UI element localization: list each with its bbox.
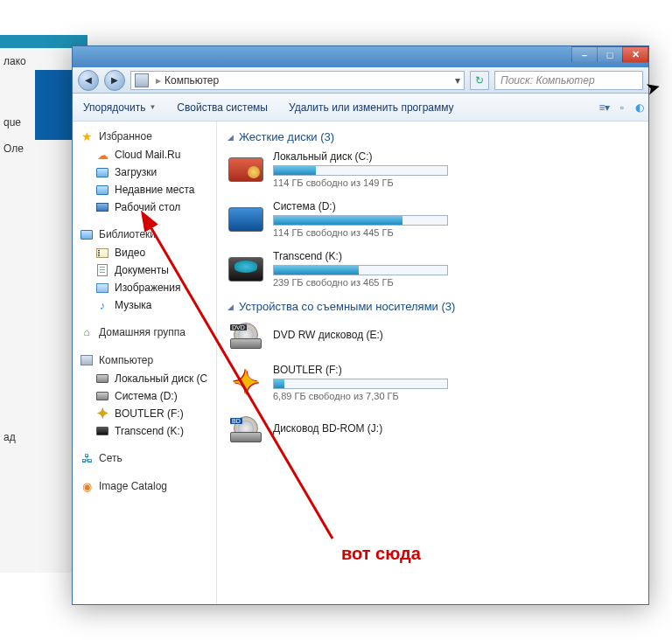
sidebar-item-downloads[interactable]: Загрузки (73, 163, 216, 181)
folder-icon (95, 183, 109, 197)
annotation-label: вот сюда (341, 544, 421, 564)
address-box[interactable]: ▸ Компьютер ▾ (130, 71, 465, 90)
hdd-icon (95, 372, 109, 386)
computer-icon (135, 73, 149, 87)
drive-name: Дисковод BD-ROM (J:) (273, 422, 638, 435)
collapse-icon: ◢ (228, 133, 234, 142)
drive-free-text: 114 ГБ свободно из 149 ГБ (273, 177, 638, 188)
usage-bar (273, 165, 448, 176)
favorites-header[interactable]: ★ Избранное (73, 127, 216, 146)
hdd-icon (228, 157, 263, 182)
system-properties-button[interactable]: Свойства системы (166, 94, 278, 121)
homegroup-header[interactable]: ⌂ Домашняя группа (73, 323, 216, 342)
usage-bar (273, 215, 448, 226)
homegroup-icon: ⌂ (80, 325, 94, 339)
hdd-icon (228, 257, 263, 282)
drive-free-text: 6,89 ГБ свободно из 7,30 ГБ (273, 391, 638, 401)
drive-k[interactable]: Transcend (K:) 239 ГБ свободно из 465 ГБ (228, 250, 638, 288)
uninstall-program-button[interactable]: Удалить или изменить программу (278, 94, 465, 121)
music-icon: ♪ (95, 298, 109, 312)
drive-dvd[interactable]: DVD DVD RW дисковод (E:) (228, 320, 638, 351)
drive-boutler[interactable]: ✦ BOUTLER (F:) 6,89 ГБ свободно из 7,30 … (228, 364, 638, 401)
titlebar[interactable]: – □ ✕ (73, 46, 648, 67)
catalog-icon: ◉ (80, 479, 94, 493)
drive-free-text: 114 ГБ свободно из 445 ГБ (273, 227, 638, 238)
monitor-icon (95, 200, 109, 214)
sidebar-item-desktop[interactable]: Рабочий стол (73, 198, 216, 216)
sidebar-item-video[interactable]: Видео (73, 244, 216, 261)
drive-d[interactable]: Система (D:) 114 ГБ свободно из 445 ГБ (228, 200, 638, 238)
breadcrumb-location[interactable]: Компьютер (164, 74, 219, 87)
usage-bar (273, 265, 448, 275)
drive-name: Transcend (K:) (273, 250, 638, 262)
computer-icon (80, 353, 94, 367)
image-catalog-header[interactable]: ◉ Image Catalog (73, 477, 216, 496)
plus-icon: ✦ (95, 407, 109, 421)
usage-bar (273, 379, 448, 389)
sidebar-item-drive-f[interactable]: ✦BOUTLER (F:) (73, 405, 216, 422)
toolbar: Упорядочить▼ Свойства системы Удалить ил… (73, 94, 648, 122)
libraries-icon (80, 227, 94, 241)
document-icon (95, 263, 109, 277)
video-icon (95, 246, 109, 260)
preview-pane-button[interactable]: ▫ (613, 99, 631, 116)
sidebar-item-drive-k[interactable]: Transcend (K:) (73, 422, 216, 440)
drive-name: Локальный диск (C:) (273, 150, 638, 163)
help-button[interactable]: ◐ (631, 99, 648, 116)
address-bar: ◄ ► ▸ Компьютер ▾ ↻ Поиск: Компьютер (73, 67, 648, 94)
sidebar-item-pictures[interactable]: Изображения (73, 279, 216, 296)
bg-text: ад (0, 424, 74, 450)
drive-name: BOUTLER (F:) (273, 364, 638, 376)
folder-icon (95, 165, 109, 179)
drive-free-text: 239 ГБ свободно из 465 ГБ (273, 277, 638, 288)
close-button[interactable]: ✕ (622, 46, 648, 63)
star-drive-icon: ✦ (233, 367, 259, 399)
computer-header[interactable]: Компьютер (76, 351, 213, 370)
breadcrumb-sep-icon: ▸ (156, 74, 161, 87)
drive-c[interactable]: Локальный диск (C:) 114 ГБ свободно из 1… (228, 150, 638, 188)
forward-button[interactable]: ► (104, 70, 125, 91)
maximize-button[interactable]: □ (597, 46, 623, 63)
minimize-button[interactable]: – (571, 46, 598, 63)
drive-bdrom[interactable]: BD Дисковод BD-ROM (J:) (228, 414, 638, 445)
sidebar-item-cloud-mailru[interactable]: ☁Cloud Mail.Ru (73, 146, 216, 163)
cloud-icon: ☁ (95, 148, 109, 162)
image-icon (95, 281, 109, 295)
address-dropdown-icon[interactable]: ▾ (455, 74, 460, 87)
sidebar-item-music[interactable]: ♪Музыка (73, 296, 216, 314)
removable-section-header[interactable]: ◢ Устройства со съемными носителями (3) (228, 300, 638, 313)
hdd-icon (95, 389, 109, 403)
content-pane: ◢ Жесткие диски (3) Локальный диск (C:) … (217, 122, 648, 604)
hdd-section-header[interactable]: ◢ Жесткие диски (3) (228, 130, 638, 143)
network-icon: 🖧 (80, 451, 94, 465)
navigation-pane: ★ Избранное ☁Cloud Mail.Ru Загрузки Неда… (73, 122, 217, 604)
star-icon: ★ (80, 129, 94, 143)
back-button[interactable]: ◄ (78, 70, 99, 91)
refresh-button[interactable]: ↻ (470, 71, 489, 90)
search-input[interactable]: Поиск: Компьютер (494, 71, 643, 90)
organize-button[interactable]: Упорядочить▼ (73, 94, 166, 121)
libraries-header[interactable]: Библиотеки (73, 225, 216, 244)
sidebar-item-recent[interactable]: Недавние места (73, 181, 216, 198)
collapse-icon: ◢ (228, 303, 234, 311)
sidebar-item-documents[interactable]: Документы (73, 261, 216, 279)
search-placeholder: Поиск: Компьютер (500, 74, 595, 87)
drive-name: Система (D:) (273, 200, 638, 212)
dvd-icon: DVD (228, 323, 263, 349)
sidebar-item-drive-d[interactable]: Система (D:) (73, 387, 216, 405)
view-options-button[interactable]: ≡▾ (596, 99, 613, 116)
bdrom-icon: BD (228, 416, 263, 442)
drive-name: DVD RW дисковод (E:) (273, 329, 638, 341)
hdd-icon (228, 207, 263, 232)
network-header[interactable]: 🖧 Сеть (73, 449, 216, 468)
sidebar-item-drive-c[interactable]: Локальный диск (C (73, 370, 216, 387)
explorer-window: – □ ✕ ◄ ► ▸ Компьютер ▾ ↻ Поиск: Компьют… (72, 45, 649, 605)
hdd-icon (95, 424, 109, 438)
